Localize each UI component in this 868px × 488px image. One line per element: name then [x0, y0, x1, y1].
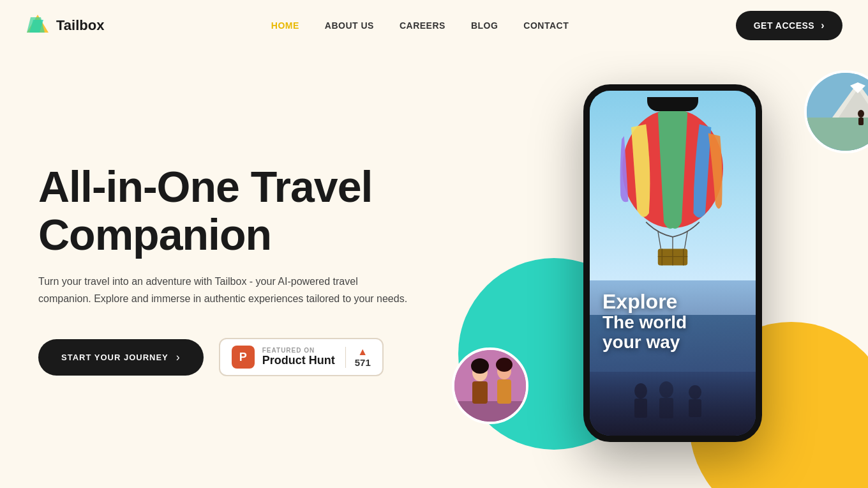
float-circle-top — [804, 70, 868, 153]
svg-rect-15 — [659, 398, 673, 418]
phone-screen: Explore The world your way — [590, 91, 756, 436]
product-hunt-badge[interactable]: P FEATURED ON Product Hunt ▲ 571 — [219, 338, 384, 376]
ph-upvote-arrow: ▲ — [357, 347, 368, 357]
hero-title-line2: Companion — [38, 210, 271, 259]
nav-contact[interactable]: CONTACT — [523, 20, 569, 31]
nav-careers[interactable]: CAREERS — [400, 20, 445, 31]
ph-name: Product Hunt — [262, 354, 335, 367]
start-journey-label: START YOUR JOURNEY — [61, 353, 168, 362]
get-access-arrow: › — [821, 20, 825, 31]
svg-point-29 — [471, 358, 489, 374]
svg-rect-13 — [634, 399, 647, 418]
phone-notch — [647, 97, 698, 111]
phone-mockup: Explore The world your way — [583, 84, 762, 442]
hero-visual: Explore The world your way — [477, 51, 868, 488]
svg-rect-24 — [858, 118, 864, 125]
svg-point-23 — [858, 110, 864, 118]
svg-point-16 — [689, 385, 701, 399]
nav-home[interactable]: HOME — [271, 20, 299, 31]
hero-subtitle: Turn your travel into an adventure with … — [38, 273, 408, 307]
phone-people — [590, 372, 756, 436]
hero-title: All-in-One Travel Companion — [38, 163, 439, 259]
float-circle-bottom — [452, 347, 528, 424]
nav-blog[interactable]: BLOG — [471, 20, 498, 31]
ph-featured-label: FEATURED ON — [262, 347, 335, 354]
phone-text-explore: Explore — [602, 291, 743, 313]
hero-section: All-in-One Travel Companion Turn your tr… — [0, 51, 868, 488]
phone-text-world: The world — [602, 313, 743, 333]
ph-text-block: FEATURED ON Product Hunt — [262, 347, 335, 367]
hero-actions: START YOUR JOURNEY › P FEATURED ON Produ… — [38, 338, 439, 376]
hero-title-line1: All-in-One Travel — [38, 162, 372, 211]
start-journey-arrow: › — [176, 351, 181, 364]
brand-name: Tailbox — [56, 17, 104, 34]
svg-rect-31 — [497, 379, 511, 404]
product-hunt-logo: P — [232, 346, 255, 369]
logo[interactable]: Tailbox — [26, 13, 104, 38]
get-access-button[interactable]: GET ACCESS › — [736, 11, 842, 40]
svg-point-14 — [659, 381, 673, 398]
phone-text-way: your way — [602, 333, 743, 353]
svg-line-6 — [685, 231, 688, 249]
svg-rect-17 — [689, 399, 701, 417]
svg-rect-28 — [472, 381, 488, 404]
ph-vote-count: 571 — [355, 357, 371, 368]
nav-about[interactable]: ABOUT US — [325, 20, 374, 31]
mountain-scene — [807, 73, 868, 153]
navbar: Tailbox HOME ABOUT US CAREERS BLOG CONTA… — [0, 0, 868, 51]
phone-explore-text: Explore The world your way — [602, 291, 743, 353]
svg-point-12 — [634, 383, 647, 399]
start-journey-button[interactable]: START YOUR JOURNEY › — [38, 339, 204, 376]
people-silhouette-svg — [602, 378, 743, 429]
hero-content: All-in-One Travel Companion Turn your tr… — [0, 51, 477, 488]
svg-line-4 — [658, 231, 661, 249]
ph-logo-letter: P — [239, 351, 247, 364]
ph-votes: ▲ 571 — [345, 347, 371, 368]
hot-air-balloon — [609, 103, 737, 270]
tailbox-logo-icon — [26, 13, 50, 38]
svg-marker-2 — [27, 17, 45, 33]
svg-point-32 — [496, 358, 513, 372]
get-access-label: GET ACCESS — [754, 20, 815, 31]
nav-links: HOME ABOUT US CAREERS BLOG CONTACT — [271, 20, 569, 31]
